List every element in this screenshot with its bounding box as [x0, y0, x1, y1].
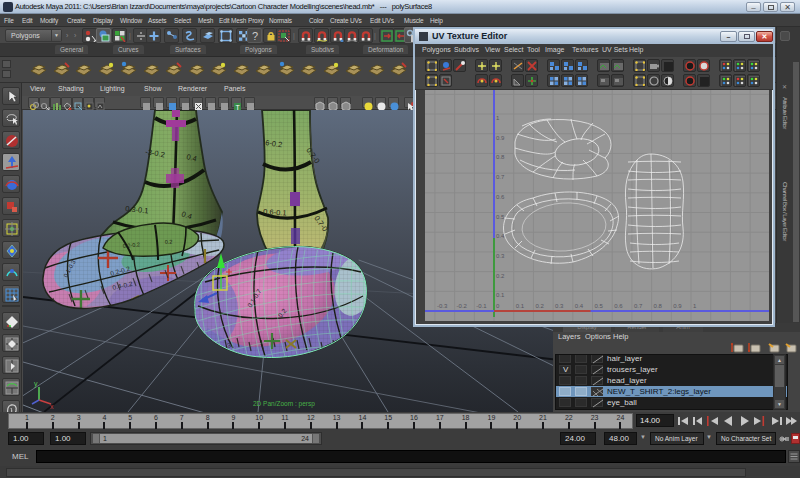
svg-text:0.4: 0.4	[496, 233, 505, 239]
svg-text:0.7: 0.7	[496, 174, 505, 180]
svg-text:0.3: 0.3	[496, 253, 505, 259]
svg-text:0.8: 0.8	[496, 154, 505, 160]
svg-text:-0.2: -0.2	[457, 303, 468, 309]
svg-text:0.8: 0.8	[654, 303, 663, 309]
svg-text:0.2: 0.2	[165, 238, 173, 245]
svg-text:2D Pan/Zoom : persp: 2D Pan/Zoom : persp	[253, 400, 315, 408]
svg-text:0.1: 0.1	[516, 303, 525, 309]
svg-text:y: y	[34, 380, 38, 388]
svg-text:0.1: 0.1	[496, 292, 505, 298]
svg-text:0.2: 0.2	[535, 303, 544, 309]
svg-text:x: x	[50, 403, 54, 410]
svg-text:0.5: 0.5	[595, 303, 604, 309]
svg-text:0.7: 0.7	[634, 303, 643, 309]
svg-text:1: 1	[496, 115, 500, 121]
svg-text:0.4: 0.4	[575, 303, 584, 309]
svg-text:0.9: 0.9	[496, 135, 505, 141]
svg-text:0.6-0.1: 0.6-0.1	[263, 207, 287, 218]
svg-text:0.2: 0.2	[496, 273, 505, 279]
svg-text:0.3: 0.3	[555, 303, 564, 309]
svg-text:0: 0	[496, 303, 500, 309]
svg-text:0.5: 0.5	[496, 214, 505, 220]
svg-text:?: ?	[252, 30, 258, 42]
svg-text:-0.3: -0.3	[437, 303, 448, 309]
svg-text:-0.1: -0.1	[476, 303, 487, 309]
svg-text:0.6: 0.6	[496, 194, 505, 200]
svg-text:0.6: 0.6	[614, 303, 623, 309]
svg-text:0.9: 0.9	[673, 303, 682, 309]
svg-text:1: 1	[693, 303, 697, 309]
